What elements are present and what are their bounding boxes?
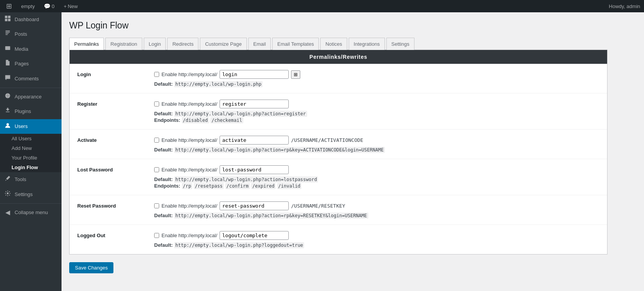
tab-redirects[interactable]: Redirects — [167, 38, 198, 50]
pages-icon — [4, 60, 12, 68]
form-label-reset-password: Reset Password — [77, 201, 154, 209]
register-enable-row: Enable http://empty.local/ — [154, 100, 599, 108]
sidebar-item-appearance[interactable]: Appearance — [0, 90, 62, 104]
adminbar-site-name[interactable]: empty — [19, 0, 37, 12]
tools-icon — [4, 175, 12, 184]
reset-password-default-hint: Default: http://empty.local/wp-login.php… — [154, 213, 599, 218]
login-enable-checkbox[interactable] — [154, 72, 159, 77]
register-endpoints-hint: Endpoints: /disabled /checkemail — [154, 117, 599, 123]
lost-password-endpoints-hint: Endpoints: /rp /resetpass /confirm /expi… — [154, 183, 599, 189]
svg-point-5 — [6, 47, 7, 48]
register-slug-input[interactable] — [220, 100, 289, 108]
activate-enable-checkbox[interactable] — [154, 138, 159, 143]
form-label-activate: Activate — [77, 136, 154, 143]
sidebar-label-pages: Pages — [15, 60, 58, 67]
main-content: WP Login Flow Permalinks Registration Lo… — [62, 12, 644, 291]
comment-icon: 💬 — [44, 3, 50, 9]
section-header: Permalinks/Rewrites — [70, 50, 607, 64]
submenu-all-users[interactable]: All Users — [0, 134, 62, 143]
register-enable-checkbox[interactable] — [154, 101, 159, 106]
sidebar-item-pages[interactable]: Pages — [0, 57, 62, 71]
plus-icon: + — [64, 3, 67, 9]
tab-settings[interactable]: Settings — [386, 38, 414, 50]
tab-permalinks[interactable]: Permalinks — [69, 38, 104, 50]
sidebar-label-media: Media — [15, 46, 58, 53]
svg-rect-2 — [5, 19, 7, 21]
tab-content-area: Permalinks/Rewrites Login Enable http://… — [69, 50, 607, 254]
submenu-login-flow[interactable]: Login Flow — [0, 163, 62, 172]
svg-point-7 — [7, 123, 9, 125]
svg-rect-0 — [5, 16, 7, 18]
lost-password-enable-row: Enable http://empty.local/ — [154, 165, 599, 174]
form-field-activate: Enable http://empty.local/ /USERNAME/ACT… — [154, 136, 599, 153]
login-enable-label: Enable http://empty.local/ — [161, 72, 217, 77]
submenu-your-profile[interactable]: Your Profile — [0, 153, 62, 163]
form-row-register: Register Enable http://empty.local/ Defa… — [70, 93, 607, 130]
sidebar-collapse-menu[interactable]: ◀ Collapse menu — [0, 205, 62, 220]
form-label-logged-out: Logged Out — [77, 231, 154, 238]
save-changes-button[interactable]: Save Changes — [69, 262, 113, 273]
lost-password-enable-label: Enable http://empty.local/ — [161, 167, 217, 173]
tab-email-templates[interactable]: Email Templates — [272, 38, 319, 50]
reset-password-enable-label: Enable http://empty.local/ — [161, 203, 217, 209]
form-label-lost-password: Lost Password — [77, 165, 154, 173]
tab-notices[interactable]: Notices — [320, 38, 347, 50]
sidebar-item-users[interactable]: Users — [0, 119, 62, 134]
form-field-lost-password: Enable http://empty.local/ Default: http… — [154, 165, 599, 189]
form-label-register: Register — [77, 100, 154, 107]
tab-email[interactable]: Email — [248, 38, 271, 50]
sidebar-label-plugins: Plugins — [15, 108, 58, 115]
tab-registration[interactable]: Registration — [105, 38, 142, 50]
adminbar-user-greeting[interactable]: Howdy, admin — [609, 3, 640, 9]
sidebar: Dashboard Posts Media Pages Comments — [0, 12, 62, 291]
form-label-login: Login — [77, 70, 154, 77]
tab-integrations[interactable]: Integrations — [349, 38, 385, 50]
menu-separator-2 — [0, 203, 62, 204]
sidebar-item-tools[interactable]: Tools — [0, 172, 62, 187]
sidebar-item-comments[interactable]: Comments — [0, 72, 62, 86]
adminbar-new[interactable]: + New — [62, 0, 80, 12]
sidebar-item-plugins[interactable]: Plugins — [0, 104, 62, 119]
dashboard-icon — [4, 15, 12, 24]
admin-bar: ⊞ empty 💬 0 + New Howdy, admin — [0, 0, 644, 12]
tab-login[interactable]: Login — [144, 38, 166, 50]
sidebar-label-collapse: Collapse menu — [15, 209, 58, 216]
form-field-register: Enable http://empty.local/ Default: http… — [154, 100, 599, 123]
submit-row: Save Changes — [69, 254, 607, 281]
reset-password-url-suffix: /USERNAME/RESETKEY — [291, 203, 345, 209]
form-field-reset-password: Enable http://empty.local/ /USERNAME/RES… — [154, 201, 599, 218]
adminbar-comments[interactable]: 💬 0 — [42, 0, 57, 12]
lost-password-default-hint: Default: http://empty.local/wp-login.php… — [154, 176, 599, 182]
logged-out-slug-input[interactable] — [220, 231, 289, 240]
logged-out-enable-checkbox[interactable] — [154, 233, 159, 238]
logged-out-default-hint: Default: http://empty.local/wp-login.php… — [154, 242, 599, 248]
sidebar-label-tools: Tools — [15, 176, 58, 183]
media-icon — [4, 45, 12, 53]
lost-password-enable-checkbox[interactable] — [154, 167, 159, 172]
sidebar-item-posts[interactable]: Posts — [0, 27, 62, 42]
submenu-add-new[interactable]: Add New — [0, 143, 62, 153]
login-enable-row: Enable http://empty.local/ ⊞ — [154, 70, 599, 79]
logged-out-enable-row: Enable http://empty.local/ — [154, 231, 599, 240]
reset-password-enable-checkbox[interactable] — [154, 203, 159, 208]
adminbar-wp-logo[interactable]: ⊞ — [4, 0, 14, 12]
tab-customize-page[interactable]: Customize Page — [200, 38, 246, 50]
reset-password-slug-input[interactable] — [220, 201, 289, 210]
sidebar-item-settings[interactable]: Settings — [0, 187, 62, 202]
form-field-login: Enable http://empty.local/ ⊞ Default: ht… — [154, 70, 599, 87]
content-wrap: WP Login Flow Permalinks Registration Lo… — [69, 20, 607, 281]
form-row-reset-password: Reset Password Enable http://empty.local… — [70, 195, 607, 225]
tab-nav: Permalinks Registration Login Redirects … — [69, 38, 607, 50]
login-slug-input[interactable] — [220, 70, 289, 79]
login-icon-btn[interactable]: ⊞ — [291, 70, 300, 79]
sidebar-item-media[interactable]: Media — [0, 42, 62, 57]
lost-password-slug-input[interactable] — [220, 165, 289, 174]
activate-enable-row: Enable http://empty.local/ /USERNAME/ACT… — [154, 136, 599, 145]
register-enable-label: Enable http://empty.local/ — [161, 101, 217, 107]
activate-slug-input[interactable] — [220, 136, 289, 145]
svg-rect-1 — [8, 16, 10, 18]
activate-default-hint: Default: http://empty.local/wp-login.php… — [154, 147, 599, 153]
sidebar-item-dashboard[interactable]: Dashboard — [0, 12, 62, 27]
sidebar-label-posts: Posts — [15, 31, 58, 38]
register-default-hint: Default: http://empty.local/wp-login.php… — [154, 111, 599, 116]
